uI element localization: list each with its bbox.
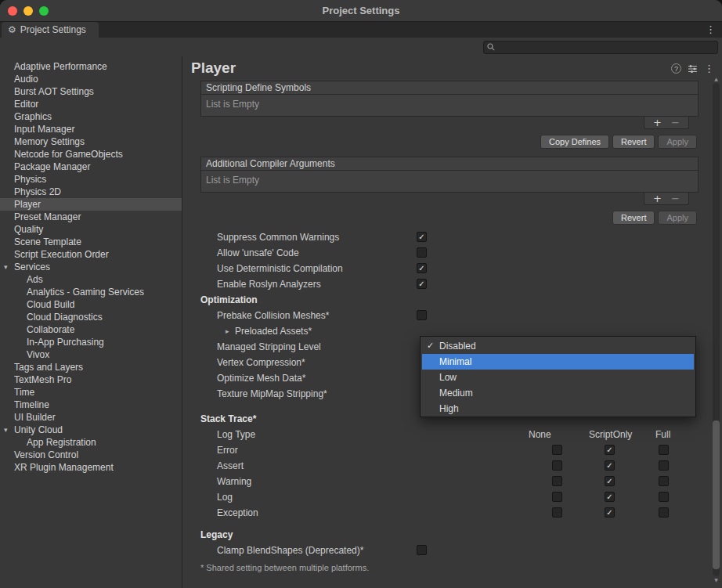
- checkbox-log-full[interactable]: [659, 492, 669, 502]
- checkbox-exception-none[interactable]: [552, 507, 562, 518]
- add-define-button[interactable]: +: [653, 118, 662, 128]
- sidebar-item-collaborate[interactable]: Collaborate: [0, 323, 182, 336]
- sidebar-item-physics[interactable]: Physics: [0, 173, 182, 186]
- sidebar-item-adaptive-performance[interactable]: Adaptive Performance: [0, 60, 182, 73]
- sidebar-item-burst-aot-settings[interactable]: Burst AOT Settings: [0, 85, 182, 98]
- sidebar-item-player[interactable]: Player: [0, 198, 182, 211]
- log-type-label: Exception: [200, 507, 258, 518]
- add-argument-button[interactable]: +: [653, 194, 662, 204]
- scrollbar-thumb[interactable]: [713, 420, 720, 569]
- checkbox-exception-scriptonly[interactable]: ✓: [605, 507, 615, 518]
- foldout-closed-icon[interactable]: ▸: [226, 327, 235, 335]
- apply-button[interactable]: Apply: [658, 211, 697, 225]
- sidebar-item-unity-cloud[interactable]: ▾Unity Cloud: [0, 424, 182, 436]
- search-box[interactable]: [483, 41, 718, 54]
- column-header-scriptonly: ScriptOnly: [589, 427, 632, 442]
- checkbox-warning-none[interactable]: [552, 476, 562, 486]
- copy-defines-button[interactable]: Copy Defines: [540, 135, 609, 149]
- sidebar-item-vivox[interactable]: Vivox: [0, 348, 182, 361]
- tab-project-settings[interactable]: ⚙ Project Settings: [2, 22, 99, 38]
- dropdown-item-low[interactable]: Low: [422, 370, 694, 385]
- dropdown-item-minimal[interactable]: Minimal: [422, 354, 694, 370]
- sidebar-item-time[interactable]: Time: [0, 386, 182, 399]
- sidebar-item-xr-plugin-management[interactable]: XR Plugin Management: [0, 461, 182, 474]
- sidebar-item-timeline[interactable]: Timeline: [0, 399, 182, 411]
- sidebar-item-audio[interactable]: Audio: [0, 73, 182, 85]
- checkbox-assert-none[interactable]: [552, 460, 562, 471]
- sidebar-item-tags-and-layers[interactable]: Tags and Layers: [0, 361, 182, 373]
- remove-define-button[interactable]: −: [671, 118, 680, 128]
- sidebar-item-scene-template[interactable]: Scene Template: [0, 236, 182, 248]
- revert-button[interactable]: Revert: [612, 211, 655, 225]
- sidebar-item-textmesh-pro[interactable]: TextMesh Pro: [0, 373, 182, 386]
- vertical-scrollbar[interactable]: ▲ ▼: [711, 75, 721, 584]
- checkbox-allow-unsafe-code[interactable]: [417, 247, 427, 258]
- sidebar-item-app-registration[interactable]: App Registration: [0, 436, 182, 449]
- checkbox-log-scriptonly[interactable]: ✓: [605, 492, 615, 502]
- list-footer: + −: [200, 117, 699, 131]
- property-label: Texture MipMap Stripping*: [200, 388, 327, 399]
- sidebar-item-label: Services: [14, 261, 50, 273]
- tab-menu-kebab-icon[interactable]: ⋮: [706, 24, 716, 34]
- page-menu-kebab-icon[interactable]: ⋮: [704, 63, 714, 74]
- help-icon[interactable]: ?: [671, 63, 681, 74]
- dropdown-item-medium[interactable]: Medium: [422, 385, 694, 401]
- sidebar-item-services[interactable]: ▾Services: [0, 261, 182, 273]
- sidebar-item-package-manager[interactable]: Package Manager: [0, 161, 182, 173]
- sidebar-item-version-control[interactable]: Version Control: [0, 449, 182, 461]
- sidebar-item-netcode-for-gameobjects[interactable]: Netcode for GameObjects: [0, 148, 182, 161]
- sidebar-item-script-execution-order[interactable]: Script Execution Order: [0, 248, 182, 261]
- sidebar-item-label: Vivox: [27, 348, 49, 361]
- sidebar-item-input-manager[interactable]: Input Manager: [0, 123, 182, 135]
- checkbox-error-scriptonly[interactable]: ✓: [605, 445, 615, 455]
- remove-argument-button[interactable]: −: [671, 194, 680, 204]
- foldout-open-icon[interactable]: ▾: [4, 424, 14, 436]
- zoom-window-button[interactable]: [39, 6, 49, 16]
- checkbox-use-deterministic-compilation[interactable]: ✓: [417, 263, 427, 273]
- checkbox-enable-roslyn-analyzers[interactable]: ✓: [417, 279, 427, 289]
- sidebar-item-analytics-gaming-services[interactable]: Analytics - Gaming Services: [0, 286, 182, 298]
- dropdown-item-high[interactable]: High: [422, 401, 694, 417]
- sidebar-item-ads[interactable]: Ads: [0, 273, 182, 286]
- checkbox-warning-scriptonly[interactable]: ✓: [605, 476, 615, 486]
- scripting-define-symbols-section: Scripting Define Symbols List is Empty +…: [200, 81, 699, 149]
- checkbox-warning-full[interactable]: [659, 476, 669, 486]
- checkbox-prebake-collision-meshes[interactable]: [417, 310, 427, 320]
- apply-button[interactable]: Apply: [658, 135, 697, 149]
- settings-scroll-area[interactable]: Scripting Define Symbols List is Empty +…: [200, 75, 699, 574]
- sidebar-item-memory-settings[interactable]: Memory Settings: [0, 135, 182, 148]
- checkbox-exception-full[interactable]: [659, 507, 669, 518]
- checkbox-assert-full[interactable]: [659, 460, 669, 471]
- checkbox-assert-scriptonly[interactable]: ✓: [605, 460, 615, 471]
- settings-sidebar[interactable]: Adaptive PerformanceAudioBurst AOT Setti…: [0, 56, 182, 588]
- sidebar-item-graphics[interactable]: Graphics: [0, 110, 182, 123]
- sidebar-item-in-app-purchasing[interactable]: In-App Purchasing: [0, 336, 182, 348]
- sidebar-item-cloud-diagnostics[interactable]: Cloud Diagnostics: [0, 311, 182, 323]
- sidebar-item-label: Preset Manager: [14, 211, 81, 223]
- checkbox-error-none[interactable]: [552, 445, 562, 455]
- minimize-window-button[interactable]: [23, 6, 33, 16]
- sidebar-item-cloud-build[interactable]: Cloud Build: [0, 298, 182, 311]
- sidebar-item-preset-manager[interactable]: Preset Manager: [0, 211, 182, 223]
- checkbox-suppress-common-warnings[interactable]: ✓: [417, 232, 427, 242]
- property-label: Optimize Mesh Data*: [200, 373, 305, 384]
- dropdown-item-disabled[interactable]: ✓Disabled: [422, 338, 694, 354]
- checkbox-clamp-blendshapes-deprecated[interactable]: [417, 545, 427, 555]
- window-body: Adaptive PerformanceAudioBurst AOT Setti…: [0, 56, 722, 588]
- close-window-button[interactable]: [8, 6, 17, 16]
- checkbox-error-full[interactable]: [659, 445, 669, 455]
- scroll-up-icon[interactable]: ▲: [711, 75, 721, 83]
- presets-icon[interactable]: [688, 64, 698, 74]
- revert-button[interactable]: Revert: [612, 135, 655, 149]
- stacktrace-row-error: Error✓: [200, 442, 699, 458]
- sidebar-item-quality[interactable]: Quality: [0, 223, 182, 236]
- sidebar-item-editor[interactable]: Editor: [0, 98, 182, 110]
- sidebar-item-ui-builder[interactable]: UI Builder: [0, 411, 182, 424]
- sidebar-item-label: Physics 2D: [14, 186, 61, 198]
- scroll-down-icon[interactable]: ▼: [711, 576, 721, 584]
- foldout-open-icon[interactable]: ▾: [4, 261, 14, 273]
- sidebar-item-physics-2d[interactable]: Physics 2D: [0, 186, 182, 198]
- search-input[interactable]: [498, 41, 714, 52]
- compiler-args-buttons: RevertApply: [200, 211, 699, 225]
- checkbox-log-none[interactable]: [552, 492, 562, 502]
